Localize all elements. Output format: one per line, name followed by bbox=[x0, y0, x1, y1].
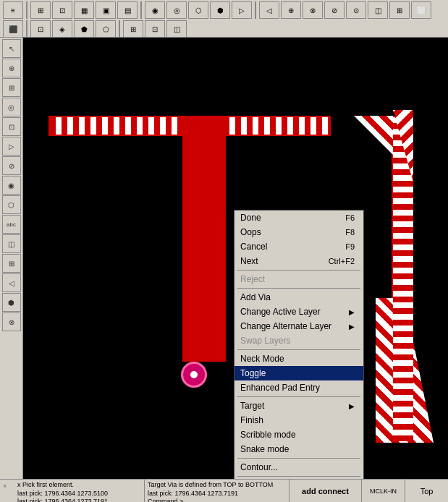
toolbar-btn-16[interactable]: ◫ bbox=[368, 1, 388, 19]
status-log-line-5: Command > bbox=[148, 498, 286, 502]
menu-item-target[interactable]: Target ▶ bbox=[234, 399, 363, 413]
toolbar-btn-4[interactable]: ▣ bbox=[96, 1, 116, 19]
toolbar-btn-menu[interactable]: ≡ bbox=[3, 1, 23, 19]
commands-text: x Pick first element. last pick: 1796.43… bbox=[17, 481, 141, 501]
status-mode: add connect bbox=[289, 480, 361, 502]
menu-item-next[interactable]: Next Ctrl+F2 bbox=[234, 254, 363, 268]
status-commands-panel: × x Pick first element. last pick: 1796.… bbox=[0, 480, 145, 502]
menu-label-oops: Oops bbox=[240, 227, 261, 237]
toolbar-btn-14[interactable]: ⊘ bbox=[324, 1, 345, 19]
toolbar-btn-12[interactable]: ⊕ bbox=[281, 1, 301, 19]
menu-sep-6 bbox=[237, 476, 360, 477]
menu-label-scribble-mode: Scribble mode bbox=[240, 430, 296, 440]
toolbar-btn-19[interactable]: ⬛ bbox=[3, 20, 23, 38]
toolbar-btn-6[interactable]: ◉ bbox=[145, 1, 165, 19]
toolbar-btn-25[interactable]: ⊡ bbox=[145, 20, 165, 38]
menu-label-done: Done bbox=[240, 213, 261, 223]
sidebar-btn-circle[interactable]: ◎ bbox=[2, 98, 21, 116]
menu-item-change-alternate[interactable]: Change Alternate Layer ▶ bbox=[234, 319, 363, 333]
toolbar-btn-15[interactable]: ⊙ bbox=[346, 1, 366, 19]
arrow-change-alternate: ▶ bbox=[349, 323, 355, 331]
menu-shortcut-cancel: F9 bbox=[345, 242, 355, 251]
sidebar-btn-grid[interactable]: ⊞ bbox=[2, 78, 21, 97]
toolbar-btn-9[interactable]: ⬢ bbox=[210, 1, 230, 19]
menu-item-oops[interactable]: Oops F8 bbox=[234, 225, 363, 239]
menu-item-toggle[interactable]: Toggle bbox=[234, 366, 363, 380]
context-menu: Done F6 Oops F8 Cancel F9 Next Ctrl+F2 R… bbox=[234, 210, 364, 479]
toolbar-btn-7[interactable]: ◎ bbox=[166, 1, 187, 19]
sidebar-btn-play[interactable]: ▷ bbox=[2, 137, 21, 156]
sidebar-btn-x[interactable]: ⊗ bbox=[2, 312, 21, 331]
menu-item-cancel[interactable]: Cancel F9 bbox=[234, 239, 363, 254]
toolbar-btn-17[interactable]: ⊞ bbox=[389, 1, 410, 19]
menu-item-done[interactable]: Done F6 bbox=[234, 210, 363, 225]
toolbar-btn-10[interactable]: ▷ bbox=[232, 1, 252, 19]
toolbar-sep-2 bbox=[140, 1, 142, 19]
menu-label-target: Target bbox=[240, 401, 264, 411]
sidebar-btn-pointer[interactable]: ↖ bbox=[2, 39, 21, 58]
menu-item-finish[interactable]: Finish bbox=[234, 413, 363, 427]
sidebar-btn-dot[interactable]: ◉ bbox=[2, 176, 21, 195]
sidebar-btn-add[interactable]: ⊕ bbox=[2, 59, 21, 77]
menu-item-enhanced-pad[interactable]: Enhanced Pad Entry bbox=[234, 380, 363, 395]
commands-icon: × bbox=[3, 481, 17, 501]
sidebar-btn-text[interactable]: abc bbox=[2, 215, 21, 234]
left-sidebar: ↖ ⊕ ⊞ ◎ ⊡ ▷ ⊘ ◉ ⬡ abc ◫ ⊞ ◁ ⬢ ⊗ bbox=[0, 38, 23, 479]
status-mclk: MCLK-IN bbox=[370, 488, 397, 495]
toolbar-btn-13[interactable]: ⊗ bbox=[303, 1, 323, 19]
sidebar-btn-rect[interactable]: ◫ bbox=[2, 234, 21, 253]
menu-item-neck-mode[interactable]: Neck Mode bbox=[234, 352, 363, 366]
menu-label-finish: Finish bbox=[240, 415, 263, 425]
toolbar-btn-2[interactable]: ⊡ bbox=[52, 1, 72, 19]
toolbar-btn-1[interactable]: ⊞ bbox=[30, 1, 51, 19]
sidebar-btn-hex2[interactable]: ⬢ bbox=[2, 293, 21, 312]
menu-item-change-active[interactable]: Change Active Layer ▶ bbox=[234, 305, 363, 319]
toolbar-btn-26[interactable]: ◫ bbox=[166, 20, 187, 38]
toolbar-btn-20[interactable]: ⊡ bbox=[30, 20, 51, 38]
menu-shortcut-done: F6 bbox=[345, 213, 355, 222]
status-top: Top bbox=[405, 480, 448, 502]
sidebar-btn-plus[interactable]: ⊞ bbox=[2, 254, 21, 273]
cursor-indicator bbox=[181, 362, 207, 388]
menu-item-contour[interactable]: Contour... bbox=[234, 460, 363, 475]
cmd-line-1: last pick: 1796.4364 1273.5100 bbox=[17, 490, 141, 498]
sidebar-btn-back[interactable]: ◁ bbox=[2, 273, 21, 292]
menu-label-swap-layers: Swap Layers bbox=[240, 336, 290, 346]
menu-label-toggle: Toggle bbox=[240, 368, 266, 378]
toolbar-btn-8[interactable]: ⬡ bbox=[188, 1, 208, 19]
top-toolbar: ≡ ⊞ ⊡ ▦ ▣ ▤ ◉ ◎ ⬡ ⬢ ▷ ◁ ⊕ ⊗ ⊘ ⊙ ◫ ⊞ ⬜ ⬛ … bbox=[0, 0, 448, 38]
cursor-inner bbox=[189, 370, 199, 380]
menu-label-change-alternate: Change Alternate Layer bbox=[240, 321, 331, 331]
menu-label-enhanced-pad: Enhanced Pad Entry bbox=[240, 383, 320, 393]
menu-sep-5 bbox=[237, 458, 360, 459]
menu-label-change-active: Change Active Layer bbox=[240, 307, 321, 317]
menu-item-reject: Reject bbox=[234, 272, 363, 286]
menu-item-swap-layers: Swap Layers bbox=[234, 333, 363, 348]
arrow-target: ▶ bbox=[349, 402, 355, 410]
sidebar-btn-hex[interactable]: ⬡ bbox=[2, 195, 21, 214]
sidebar-btn-square[interactable]: ⊡ bbox=[2, 117, 21, 136]
sidebar-btn-minus[interactable]: ⊘ bbox=[2, 156, 21, 175]
cmd-line-0: x Pick first element. bbox=[17, 481, 141, 490]
toolbar-btn-24[interactable]: ⊞ bbox=[123, 20, 143, 38]
menu-label-cancel: Cancel bbox=[240, 242, 267, 252]
menu-sep-4 bbox=[237, 396, 360, 397]
toolbar-btn-3[interactable]: ▦ bbox=[74, 1, 94, 19]
toolbar-btn-22[interactable]: ⬟ bbox=[74, 20, 94, 38]
toolbar-btn-5[interactable]: ▤ bbox=[117, 1, 138, 19]
red-fill-left bbox=[182, 116, 226, 362]
toolbar-sep-5 bbox=[119, 20, 120, 38]
toolbar-btn-23[interactable]: ⬠ bbox=[96, 20, 116, 38]
status-bar: × x Pick first element. last pick: 1796.… bbox=[0, 479, 448, 502]
toolbar-btn-21[interactable]: ◈ bbox=[52, 20, 72, 38]
canvas-area: Done F6 Oops F8 Cancel F9 Next Ctrl+F2 R… bbox=[23, 38, 448, 479]
menu-label-add-via: Add Via bbox=[240, 292, 271, 302]
status-log: Target Via is defined from TOP to BOTTOM… bbox=[145, 480, 289, 502]
menu-item-add-via[interactable]: Add Via bbox=[234, 290, 363, 305]
menu-item-scribble-mode[interactable]: Scribble mode bbox=[234, 427, 363, 442]
menu-item-snake-mode[interactable]: Snake mode bbox=[234, 442, 363, 456]
toolbar-btn-18[interactable]: ⬜ bbox=[411, 1, 431, 19]
menu-item-design-params[interactable]: Design parameters... bbox=[234, 478, 363, 479]
menu-sep-1 bbox=[237, 270, 360, 271]
toolbar-btn-11[interactable]: ◁ bbox=[259, 1, 279, 19]
